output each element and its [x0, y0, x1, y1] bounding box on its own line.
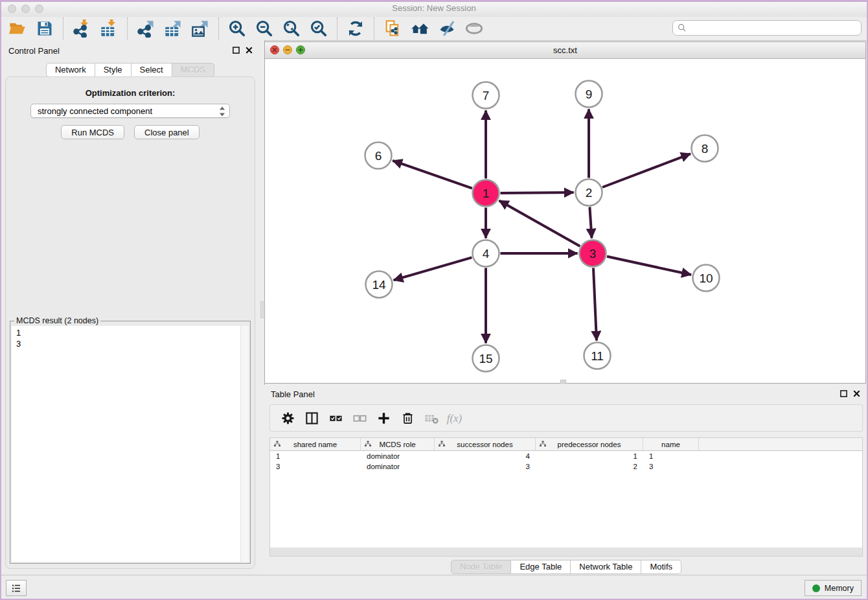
table-tab-edge-table[interactable]: Edge Table [511, 560, 571, 574]
settings-button[interactable] [278, 408, 297, 428]
table-tab-motifs[interactable]: Motifs [641, 560, 681, 574]
svg-text:10: 10 [699, 271, 713, 285]
tab-style[interactable]: Style [95, 63, 131, 77]
splitter-grip[interactable] [260, 301, 264, 318]
import-network-button[interactable] [68, 18, 95, 39]
table-tab-network-table[interactable]: Network Table [571, 560, 641, 574]
horizontal-splitter-grip[interactable] [560, 380, 566, 384]
close-panel-button[interactable]: Close panel [134, 125, 200, 139]
select-all-button[interactable] [326, 408, 345, 428]
node-8[interactable]: 8 [692, 135, 718, 162]
node-6[interactable]: 6 [365, 143, 392, 169]
network-window-titlebar[interactable]: scc.txt [265, 42, 865, 59]
split-panel-button[interactable] [302, 408, 321, 428]
edge-3-10[interactable] [607, 257, 691, 275]
export-table-button[interactable] [159, 18, 187, 39]
table-row[interactable]: 1dominator411 [270, 451, 862, 461]
node-4[interactable]: 4 [473, 240, 499, 267]
edge-1-6[interactable] [393, 161, 472, 189]
criterion-dropdown[interactable]: strongly connected component [30, 104, 230, 118]
cell-successor-nodes[interactable]: 3 [435, 463, 536, 470]
network-close-icon[interactable] [270, 45, 279, 54]
zoom-window-button[interactable] [35, 5, 43, 13]
show-details-button[interactable] [461, 18, 488, 39]
float-table-panel-icon[interactable] [840, 390, 847, 397]
cell-name[interactable]: 1 [643, 452, 699, 460]
node-7[interactable]: 7 [473, 82, 499, 109]
memory-button[interactable]: Memory [805, 580, 862, 596]
table-panel: Table Panel f(x) shared nameMCDS rolesuc… [264, 385, 868, 575]
open-session-button[interactable] [4, 18, 31, 39]
svg-text:f(x): f(x) [447, 411, 463, 424]
cell-name[interactable]: 3 [643, 463, 699, 470]
control-panel-tabs: NetworkStyleSelectMCDS [0, 63, 260, 77]
table-tab-node-table[interactable]: Node Table [451, 560, 512, 574]
export-network-button[interactable] [132, 18, 159, 39]
zoom-fit-icon [282, 19, 301, 38]
column-header-MCDS-role[interactable]: MCDS role [361, 438, 435, 450]
zoom-fit-button[interactable] [278, 18, 305, 39]
node-10[interactable]: 10 [693, 265, 720, 292]
cell-shared-name[interactable]: 3 [270, 463, 361, 470]
add-column-button[interactable] [374, 408, 393, 428]
float-panel-icon[interactable] [233, 47, 240, 54]
zoom-selected-button[interactable] [305, 18, 332, 39]
deselect-all-button[interactable] [350, 408, 369, 428]
task-history-button[interactable] [6, 580, 27, 596]
edge-3-11[interactable] [593, 268, 597, 341]
tab-mcds[interactable]: MCDS [172, 63, 214, 77]
node-3[interactable]: 3 [580, 240, 606, 267]
edge-3-1[interactable] [499, 201, 580, 247]
tab-network[interactable]: Network [46, 63, 95, 77]
zoom-out-button[interactable] [251, 18, 278, 39]
network-maximize-icon[interactable] [296, 45, 305, 54]
edge-1-2[interactable] [501, 192, 574, 193]
cell-MCDS-role[interactable]: dominator [361, 463, 435, 470]
node-1[interactable]: 1 [473, 180, 499, 207]
node-9[interactable]: 9 [576, 81, 602, 108]
network-minimize-icon[interactable] [283, 45, 292, 54]
node-15[interactable]: 15 [473, 345, 499, 372]
network-canvas[interactable]: 7 9 6 8 1 2 4 3 14 10 15 11 [265, 59, 865, 383]
node-2[interactable]: 2 [576, 179, 602, 206]
cell-predecessor-nodes[interactable]: 2 [536, 463, 643, 470]
window-controls [8, 5, 43, 13]
column-header-name[interactable]: name [643, 438, 699, 450]
table-scroll-strip[interactable] [269, 548, 863, 557]
column-header-successor-nodes[interactable]: successor nodes [435, 438, 536, 450]
mcds-result-text[interactable]: 13 [12, 326, 249, 562]
column-type-icon [364, 440, 372, 448]
table-row[interactable]: 3dominator323 [270, 461, 862, 472]
cell-successor-nodes[interactable]: 4 [435, 452, 536, 460]
zoom-in-icon [228, 19, 246, 38]
home-button[interactable] [406, 18, 433, 39]
run-mcds-button[interactable]: Run MCDS [61, 125, 124, 139]
edge-2-8[interactable] [602, 154, 691, 187]
cell-predecessor-nodes[interactable]: 1 [536, 452, 643, 460]
close-table-panel-icon[interactable] [853, 390, 860, 397]
export-image-button[interactable] [187, 18, 214, 39]
cell-MCDS-role[interactable]: dominator [361, 452, 435, 460]
edge-4-14[interactable] [394, 257, 472, 280]
edge-2-3[interactable] [589, 207, 591, 238]
zoom-in-button[interactable] [223, 18, 251, 39]
refresh-button[interactable] [342, 18, 369, 39]
search-input[interactable] [690, 23, 861, 34]
save-session-button[interactable] [31, 18, 58, 39]
search-field[interactable] [672, 20, 862, 36]
hide-details-button[interactable] [433, 18, 461, 39]
minimize-window-button[interactable] [21, 5, 30, 13]
duplicate-network-button[interactable] [379, 18, 406, 39]
close-panel-icon[interactable] [246, 47, 253, 54]
import-table-button[interactable] [95, 18, 122, 39]
result-scrollbar[interactable] [240, 326, 249, 562]
tab-select[interactable]: Select [131, 63, 172, 77]
node-11[interactable]: 11 [584, 343, 611, 369]
column-header-predecessor-nodes[interactable]: predecessor nodes [536, 438, 643, 450]
delete-column-button[interactable] [398, 408, 417, 428]
cell-shared-name[interactable]: 1 [270, 452, 361, 460]
save-session-icon [36, 19, 54, 38]
close-window-button[interactable] [8, 5, 16, 13]
node-14[interactable]: 14 [366, 271, 393, 298]
column-header-shared-name[interactable]: shared name [270, 438, 361, 450]
